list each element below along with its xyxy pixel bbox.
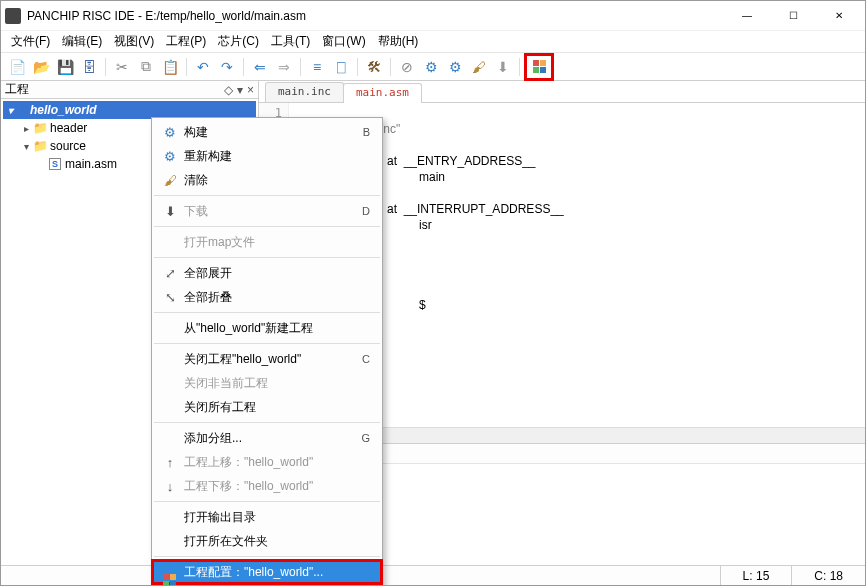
expand-arrow-icon[interactable]: ▾ [3, 105, 17, 116]
arrow-down-icon: ↓ [160, 479, 180, 494]
undo-icon[interactable]: ↶ [193, 57, 213, 77]
expand-icon: ⤢ [160, 266, 180, 281]
main-area: 工程 ◇ ▾ × ▾ ⚙ hello_world ▸ 📁 header ▾ 📁 … [1, 81, 865, 543]
menu-view[interactable]: 视图(V) [108, 31, 160, 52]
close-button[interactable]: ✕ [817, 2, 861, 30]
menu-file[interactable]: 文件(F) [5, 31, 56, 52]
sidebar-title: 工程 [5, 81, 29, 98]
collapse-icon: ⤡ [160, 290, 180, 305]
status-line: L: 15 [720, 566, 792, 585]
menubar: 文件(F) 编辑(E) 视图(V) 工程(P) 芯片(C) 工具(T) 窗口(W… [1, 31, 865, 53]
asm-file-icon: S [49, 158, 61, 170]
download-icon[interactable]: ⬇ [493, 57, 513, 77]
ctx-close-project[interactable]: 关闭工程"hello_world" C [152, 347, 382, 371]
copy-icon[interactable]: ⧉ [136, 57, 156, 77]
gear-icon: ⚙ [160, 149, 180, 164]
project-icon: ⚙ [17, 103, 28, 117]
ctx-download[interactable]: ⬇ 下载 D [152, 199, 382, 223]
ctx-open-folder[interactable]: 打开所在文件夹 [152, 529, 382, 553]
app-logo-icon [5, 8, 21, 24]
menu-chip[interactable]: 芯片(C) [212, 31, 265, 52]
chevron-down-icon[interactable]: ▾ [237, 83, 243, 97]
separator [154, 195, 380, 196]
ctx-expand-all[interactable]: ⤢ 全部展开 [152, 261, 382, 285]
ctx-open-output-dir[interactable]: 打开输出目录 [152, 505, 382, 529]
tab-main-inc[interactable]: main.inc [265, 82, 344, 102]
titlebar: PANCHIP RISC IDE - E:/temp/hello_world/m… [1, 1, 865, 31]
window-title: PANCHIP RISC IDE - E:/temp/hello_world/m… [27, 9, 725, 23]
ctx-move-down[interactable]: ↓ 工程下移："hello_world" [152, 474, 382, 498]
sidebar-header: 工程 ◇ ▾ × [1, 81, 258, 99]
tree-item-label: source [50, 139, 86, 153]
stop-icon[interactable]: ⊘ [397, 57, 417, 77]
menu-project[interactable]: 工程(P) [160, 31, 212, 52]
arrow-up-icon: ↑ [160, 455, 180, 470]
ctx-collapse-all[interactable]: ⤡ 全部折叠 [152, 285, 382, 309]
maximize-button[interactable]: ☐ [771, 2, 815, 30]
ctx-rebuild[interactable]: ⚙ 重新构建 [152, 144, 382, 168]
toolbar: 📄 📂 💾 🗄 ✂ ⧉ 📋 ↶ ↷ ⇐ ⇒ ≡ ⎕ 🛠 ⊘ ⚙ ⚙ 🖌 ⬇ [1, 53, 865, 81]
toggle-a-icon[interactable]: ≡ [307, 57, 327, 77]
separator [154, 226, 380, 227]
separator [154, 556, 380, 557]
open-folder-icon[interactable]: 📂 [31, 57, 51, 77]
tree-root-label: hello_world [30, 103, 97, 117]
separator [154, 422, 380, 423]
menu-edit[interactable]: 编辑(E) [56, 31, 108, 52]
nav-fwd-icon[interactable]: ⇒ [274, 57, 294, 77]
cube-icon [533, 60, 546, 73]
ctx-add-group[interactable]: 添加分组... G [152, 426, 382, 450]
ctx-move-up[interactable]: ↑ 工程上移："hello_world" [152, 450, 382, 474]
expand-arrow-icon[interactable]: ▾ [19, 141, 33, 152]
build-gear-icon[interactable]: ⚙ [421, 57, 441, 77]
ctx-clean[interactable]: 🖌 清除 [152, 168, 382, 192]
gear-icon: ⚙ [160, 125, 180, 140]
sidebar-close-icon[interactable]: × [247, 83, 254, 97]
separator [154, 312, 380, 313]
redo-icon[interactable]: ↷ [217, 57, 237, 77]
separator [154, 343, 380, 344]
project-config-icon[interactable] [526, 55, 552, 79]
separator [154, 257, 380, 258]
tools-icon[interactable]: 🛠 [364, 57, 384, 77]
ctx-build[interactable]: ⚙ 构建 B [152, 120, 382, 144]
folder-icon: 📁 [33, 121, 48, 135]
ctx-close-all[interactable]: 关闭所有工程 [152, 395, 382, 419]
separator [154, 501, 380, 502]
menu-tool[interactable]: 工具(T) [265, 31, 316, 52]
paste-icon[interactable]: 📋 [160, 57, 180, 77]
tree-item-label: main.asm [65, 157, 117, 171]
cut-icon[interactable]: ✂ [112, 57, 132, 77]
tree-item-label: header [50, 121, 87, 135]
toggle-b-icon[interactable]: ⎕ [331, 57, 351, 77]
minimize-button[interactable]: — [725, 2, 769, 30]
save-icon[interactable]: 💾 [55, 57, 75, 77]
new-file-icon[interactable]: 📄 [7, 57, 27, 77]
rebuild-gear-icon[interactable]: ⚙ [445, 57, 465, 77]
project-context-menu: ⚙ 构建 B ⚙ 重新构建 🖌 清除 ⬇ 下载 D 打开map文件 ⤢ 全部展开… [151, 117, 383, 586]
save-all-icon[interactable]: 🗄 [79, 57, 99, 77]
collapse-arrow-icon[interactable]: ▸ [19, 123, 33, 134]
status-bar: L: 15 C: 18 [1, 565, 865, 585]
tab-main-asm[interactable]: main.asm [343, 83, 422, 103]
editor-tabbar: main.inc main.asm [259, 81, 865, 103]
ctx-open-map[interactable]: 打开map文件 [152, 230, 382, 254]
folder-icon: 📁 [33, 139, 48, 153]
sidebar-options-icon[interactable]: ◇ [224, 83, 233, 97]
download-icon: ⬇ [160, 204, 180, 219]
status-col: C: 18 [791, 566, 865, 585]
brush-icon: 🖌 [160, 173, 180, 188]
nav-back-icon[interactable]: ⇐ [250, 57, 270, 77]
menu-window[interactable]: 窗口(W) [316, 31, 371, 52]
ctx-close-other[interactable]: 关闭非当前工程 [152, 371, 382, 395]
ctx-project-config[interactable]: 工程配置："hello_world"... [152, 560, 382, 584]
menu-help[interactable]: 帮助(H) [372, 31, 425, 52]
clean-brush-icon[interactable]: 🖌 [469, 57, 489, 77]
ctx-new-from[interactable]: 从"hello_world"新建工程 [152, 316, 382, 340]
